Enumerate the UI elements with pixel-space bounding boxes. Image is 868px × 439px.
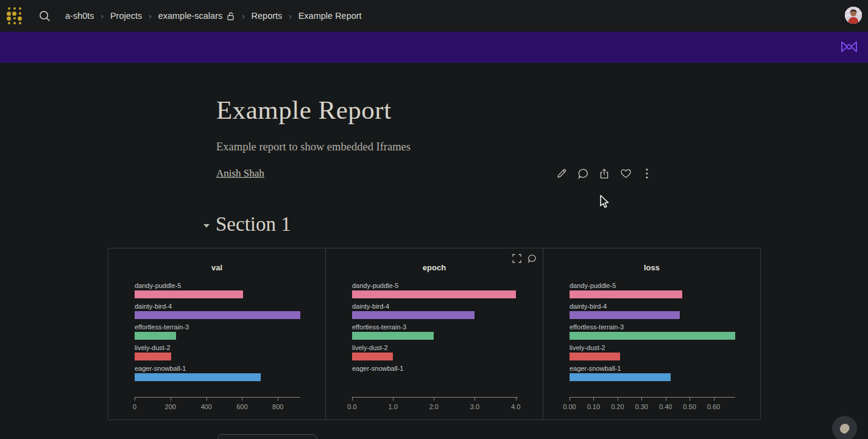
axis-tick-label: 600 — [236, 403, 247, 410]
chart-panel-epoch: epoch dandy-puddle-5dainty-bird-4effortl… — [325, 248, 543, 420]
bar-track — [135, 311, 300, 319]
run-label: dainty-bird-4 — [135, 303, 300, 311]
bowtie-icon[interactable] — [840, 38, 858, 55]
chart-title: val — [108, 263, 325, 272]
unlock-icon — [227, 12, 235, 21]
axis-tick-label: 0.00 — [563, 403, 576, 410]
breadcrumb-reports[interactable]: Reports — [252, 11, 283, 21]
chart-title: epoch — [326, 263, 543, 272]
comment-bubble-icon[interactable] — [527, 253, 537, 263]
bar-track — [352, 290, 518, 298]
axis-tick — [641, 398, 642, 401]
run-bar[interactable] — [352, 332, 434, 340]
axis-tick — [714, 398, 715, 401]
chart-bar-row: lively-dust-2 — [570, 344, 735, 365]
run-label: lively-dust-2 — [352, 344, 518, 352]
axis-tick-label: 3.0 — [470, 403, 479, 410]
bar-track — [570, 373, 735, 381]
axis-tick-label: 0.0 — [347, 403, 356, 410]
breadcrumb-project[interactable]: example-scalars — [158, 11, 223, 21]
axis-tick-label: 0.30 — [635, 403, 648, 410]
axis-tick-label: 400 — [200, 403, 211, 410]
breadcrumb: a-sh0ts › Projects › example-scalars › R… — [65, 11, 362, 21]
run-label: dainty-bird-4 — [352, 303, 518, 311]
share-icon[interactable] — [598, 167, 610, 180]
logo-dot — [19, 12, 21, 15]
search-icon[interactable] — [37, 9, 52, 23]
bar-track — [135, 332, 300, 340]
logo-dot — [8, 22, 10, 24]
axis-tick-label: 0.40 — [659, 403, 672, 410]
run-bar[interactable] — [135, 311, 300, 319]
logo-dot — [13, 7, 16, 10]
axis-tick — [618, 398, 618, 401]
chart-bar-row: dandy-puddle-5 — [352, 282, 518, 303]
run-bar[interactable] — [135, 332, 176, 340]
run-bar[interactable] — [135, 290, 243, 298]
chart-bar-row: dandy-puddle-5 — [135, 282, 300, 303]
run-label: lively-dust-2 — [570, 344, 735, 352]
run-bar[interactable] — [570, 332, 735, 340]
run-label: eager-snowball-1 — [352, 365, 518, 373]
breadcrumb-separator: › — [101, 12, 104, 21]
run-bar[interactable] — [570, 311, 680, 319]
run-bar[interactable] — [352, 311, 475, 319]
chart-bar-row: effortless-terrain-3 — [135, 323, 300, 344]
chart-bar-row: eager-snowball-1 — [352, 365, 518, 385]
axis-tick-label: 0.50 — [683, 403, 696, 410]
chart-plot-area: dandy-puddle-5dainty-bird-4effortless-te… — [570, 282, 735, 385]
axis-tick — [570, 398, 570, 401]
chart-title: loss — [543, 263, 760, 272]
run-bar[interactable] — [570, 373, 671, 381]
edit-pencil-icon[interactable] — [556, 167, 568, 180]
bar-track — [135, 373, 300, 381]
breadcrumb-projects[interactable]: Projects — [110, 11, 142, 21]
logo-dot — [13, 22, 16, 24]
promo-banner — [0, 32, 868, 63]
report-author-link[interactable]: Anish Shah — [216, 167, 264, 180]
heart-icon[interactable] — [619, 167, 632, 180]
chart-panel-loss: loss dandy-puddle-5dainty-bird-4effortle… — [543, 248, 760, 420]
run-bar[interactable] — [352, 353, 393, 360]
run-bar[interactable] — [352, 290, 516, 298]
user-avatar[interactable] — [845, 7, 862, 24]
axis-tick — [475, 398, 475, 401]
run-label: dandy-puddle-5 — [352, 282, 518, 290]
axis-tick — [434, 398, 434, 401]
axis-tick — [242, 398, 242, 401]
axis-tick — [516, 398, 517, 401]
breadcrumb-report[interactable]: Example Report — [298, 11, 362, 21]
axis-tick — [135, 398, 135, 401]
run-bar[interactable] — [135, 373, 261, 381]
axis-tick-label: 4.0 — [511, 403, 520, 410]
axis-tick — [690, 398, 690, 401]
axis-tick — [666, 398, 666, 401]
run-bar[interactable] — [570, 353, 620, 360]
breadcrumb-separator: › — [149, 12, 151, 21]
kebab-menu-icon[interactable] — [641, 167, 653, 180]
axis-tick — [593, 398, 594, 401]
bar-track — [352, 353, 518, 360]
chat-bubble-icon[interactable] — [832, 416, 857, 439]
wandb-logo-icon[interactable] — [6, 6, 23, 26]
report-actions — [556, 167, 653, 180]
bar-track — [352, 311, 518, 319]
triangle-down-icon[interactable] — [203, 224, 210, 228]
breadcrumb-entity[interactable]: a-sh0ts — [65, 11, 94, 21]
run-label: dainty-bird-4 — [570, 303, 735, 311]
chart-bar-row: eager-snowball-1 — [570, 365, 735, 385]
run-bar[interactable] — [135, 353, 171, 360]
axis-tick-label: 0.60 — [707, 403, 720, 410]
bar-track — [570, 353, 735, 360]
logo-dot — [13, 17, 16, 19]
fullscreen-icon[interactable] — [512, 253, 521, 263]
chart-x-axis: 0200400600800 — [135, 397, 300, 398]
add-panel-button[interactable] — [217, 434, 317, 439]
run-label: dandy-puddle-5 — [135, 282, 300, 290]
comment-icon[interactable] — [577, 167, 589, 180]
panel-actions — [512, 253, 537, 263]
run-bar[interactable] — [570, 290, 682, 298]
axis-tick — [171, 398, 171, 401]
mouse-cursor — [599, 195, 610, 209]
axis-tick-label: 1.0 — [389, 403, 398, 410]
